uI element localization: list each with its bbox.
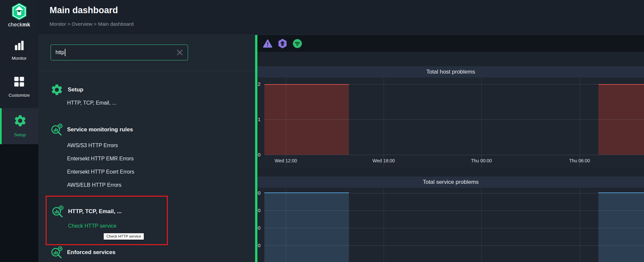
- chart-title-host-problems: Total host problems: [257, 66, 644, 78]
- result-group-title[interactable]: Setup: [68, 86, 83, 93]
- x-axis-tick: Wed 12:00: [266, 158, 306, 164]
- result-item[interactable]: AWS/ELB HTTP Errors: [67, 179, 235, 192]
- result-group-service-monitoring-rules: Service monitoring rules AWS/S3 HTTP Err…: [50, 123, 235, 192]
- grid-icon: [14, 76, 25, 87]
- sidebar-item-setup[interactable]: Setup: [0, 108, 38, 144]
- chart-area-segment: [264, 192, 349, 262]
- panel-resize-divider[interactable]: [255, 35, 257, 262]
- search-add-icon: [50, 246, 63, 259]
- search-add-icon: [51, 205, 64, 218]
- sidebar-footer-area: [0, 144, 38, 262]
- page-header: Main dashboard Monitor > Overview > Main…: [38, 0, 644, 35]
- search-query-text: http: [56, 49, 64, 55]
- checkmk-hexagon-icon[interactable]: [278, 38, 287, 49]
- checkmk-logo[interactable]: checkmk: [0, 2, 38, 28]
- chart-area-segment: [598, 192, 644, 262]
- close-icon[interactable]: [176, 49, 184, 56]
- sidebar-label-monitor: Monitor: [0, 56, 38, 61]
- y-axis-tick: 0: [258, 190, 263, 196]
- y-axis-tick: 0: [258, 225, 263, 231]
- bar-chart-icon: [13, 40, 25, 50]
- chart-plot-area: [264, 188, 644, 262]
- y-axis-tick: 0: [258, 207, 263, 214]
- chart-service-problems: [257, 188, 644, 262]
- page-title: Main dashboard: [50, 5, 118, 16]
- highlight-box: HTTP, TCP, Email, ... Check HTTP service…: [46, 196, 168, 245]
- search-input[interactable]: http: [51, 45, 188, 60]
- result-item[interactable]: Entersekt HTTP Ecert Errors: [67, 165, 235, 179]
- y-axis-tick: 2: [258, 81, 263, 87]
- dashboard-toolbar: [257, 35, 644, 52]
- setup-search-panel: http Setup HTTP, TCP, Email, ...: [38, 35, 255, 262]
- sidebar: checkmk Monitor Customize Setup: [0, 0, 38, 262]
- chart-host-problems: [257, 78, 644, 168]
- search-add-icon: [50, 123, 63, 136]
- checkmk-logo-icon: [11, 3, 27, 20]
- y-axis-tick: 1: [258, 116, 263, 123]
- sidebar-label-customize: Customize: [0, 93, 38, 98]
- text-cursor: [65, 49, 65, 56]
- dashboard-main: Total host problems 2 1 0 Wed 12:00 Wed …: [257, 35, 644, 262]
- x-axis-tick: Thu 00:00: [462, 158, 501, 164]
- brand-text: checkmk: [0, 22, 38, 28]
- filter-icon[interactable]: [292, 38, 302, 49]
- sidebar-item-monitor[interactable]: Monitor: [0, 40, 38, 61]
- x-axis-tick: Wed 18:00: [364, 158, 403, 164]
- chart-plot-area: [264, 78, 644, 168]
- result-group-title[interactable]: Service monitoring rules: [67, 126, 133, 133]
- check-http-service-link[interactable]: Check HTTP service: [68, 219, 167, 233]
- y-axis-tick: 0: [258, 242, 263, 249]
- y-axis-tick: 0: [258, 151, 263, 158]
- result-item[interactable]: AWS/S3 HTTP Errors: [67, 139, 235, 152]
- sidebar-item-customize[interactable]: Customize: [0, 76, 38, 98]
- gear-icon: [50, 83, 63, 96]
- result-item[interactable]: Entersekt HTTP EMR Errors: [67, 152, 235, 165]
- x-axis-tick: Thu 06:00: [560, 158, 599, 164]
- app-window: checkmk Monitor Customize Setup: [0, 0, 644, 262]
- result-group-enforced-services: Enforced services: [50, 246, 235, 259]
- result-group-title[interactable]: Enforced services: [67, 249, 115, 256]
- warning-icon[interactable]: [263, 38, 273, 49]
- tooltip: Check HTTP service: [103, 233, 144, 240]
- gear-icon: [13, 114, 27, 128]
- result-group-title[interactable]: HTTP, TCP, Email, ...: [68, 208, 122, 215]
- panel-divider: [38, 71, 255, 71]
- chart-title-service-problems: Total service problems: [257, 177, 644, 188]
- result-group-setup: Setup HTTP, TCP, Email, ...: [50, 83, 235, 110]
- sidebar-label-setup: Setup: [2, 132, 38, 137]
- breadcrumb[interactable]: Monitor > Overview > Main dashboard: [50, 21, 133, 27]
- result-item[interactable]: HTTP, TCP, Email, ...: [67, 96, 235, 110]
